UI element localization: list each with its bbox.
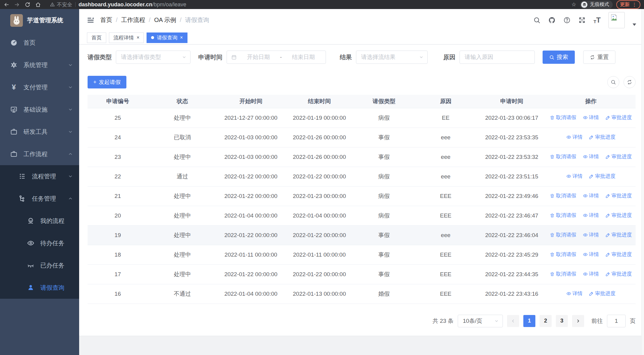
approval-progress-link[interactable]: 审批进度	[589, 134, 615, 140]
detail-link[interactable]: 详情	[583, 153, 599, 160]
cancel-leave-link[interactable]: 取消请假	[550, 192, 576, 199]
approval-progress-link[interactable]: 审批进度	[605, 192, 632, 199]
back-icon[interactable]	[4, 2, 9, 8]
approval-progress-link[interactable]: 审批进度	[605, 231, 632, 238]
page-button-2[interactable]: 2	[540, 315, 552, 327]
cell-start: 2022-01-04 00:00:00	[217, 284, 285, 304]
help-icon[interactable]	[563, 17, 571, 24]
filter-form: 请假类型 请选择请假类型 申请时间 开始日期 - 结束日期 结果 请选择流结果	[88, 51, 636, 64]
security-label: 不安全	[57, 1, 72, 8]
tab-process-detail[interactable]: 流程详情 ×	[109, 32, 144, 43]
sidebar-item-todo-tasks[interactable]: 待办任务	[0, 232, 79, 254]
detail-link[interactable]: 详情	[583, 192, 599, 199]
cancel-leave-link[interactable]: 取消请假	[550, 231, 576, 238]
sidebar-item-process-mgmt[interactable]: 流程管理	[0, 165, 79, 187]
github-icon[interactable]	[548, 17, 556, 24]
action-label: 详情	[589, 231, 599, 238]
cancel-leave-link[interactable]: 取消请假	[550, 251, 576, 258]
col-status: 状态	[148, 95, 217, 108]
create-leave-button[interactable]: + 发起请假	[88, 76, 126, 88]
next-page-button[interactable]	[572, 315, 584, 327]
sidebar-item-payment[interactable]: ¥ 支付管理	[0, 76, 79, 98]
home-icon[interactable]	[35, 2, 41, 8]
detail-link[interactable]: 详情	[583, 231, 599, 238]
search-icon[interactable]	[533, 17, 540, 24]
avatar[interactable]	[608, 12, 625, 28]
detail-link[interactable]: 详情	[583, 270, 599, 277]
toggle-search-button[interactable]	[607, 76, 619, 88]
detail-link[interactable]: 详情	[583, 114, 599, 121]
sidebar-item-task-mgmt[interactable]: 任务管理	[0, 187, 79, 210]
reset-button[interactable]: 重置	[583, 51, 615, 64]
sidebar-item-workflow[interactable]: 工作流程	[0, 143, 79, 165]
approval-progress-link[interactable]: 审批进度	[589, 290, 615, 297]
browser-menu-icon[interactable]: ⋮	[632, 2, 637, 8]
refresh-table-button[interactable]	[624, 76, 636, 88]
breadcrumb-workflow[interactable]: 工作流程	[121, 16, 145, 24]
bookmark-star-icon[interactable]: ☆	[571, 2, 576, 7]
sidebar-item-my-process[interactable]: 我的流程	[0, 210, 79, 232]
close-icon[interactable]: ×	[137, 35, 139, 40]
chevron-up-icon	[68, 196, 73, 201]
reason-input[interactable]	[460, 51, 535, 64]
approval-progress-link[interactable]: 审批进度	[605, 251, 632, 258]
approval-progress-link[interactable]: 审批进度	[605, 153, 632, 160]
scrollbar[interactable]	[641, 9, 644, 355]
sidebar-item-done-tasks[interactable]: 已办任务	[0, 254, 79, 276]
date-separator: -	[280, 54, 282, 60]
forward-icon[interactable]	[14, 2, 20, 8]
url-path: /bpm/oa/leave	[152, 2, 186, 8]
reload-icon[interactable]	[25, 2, 30, 8]
detail-link[interactable]: 详情	[583, 212, 599, 219]
detail-link[interactable]: 详情	[566, 134, 583, 140]
tab-home[interactable]: 首页	[87, 32, 106, 43]
sidebar-item-system[interactable]: 系统管理	[0, 54, 79, 76]
detail-link[interactable]: 详情	[583, 251, 599, 258]
leave-type-select[interactable]: 请选择请假类型	[116, 51, 190, 64]
detail-link[interactable]: 详情	[566, 173, 583, 180]
sidebar-item-label: 我的流程	[40, 217, 64, 225]
result-select[interactable]: 请选择流结果	[356, 51, 428, 64]
breadcrumb-oa-example[interactable]: OA 示例	[154, 16, 176, 24]
goto-page-input[interactable]	[607, 315, 626, 327]
approval-progress-link[interactable]: 审批进度	[605, 212, 632, 219]
page-button-3[interactable]: 3	[556, 315, 568, 327]
tab-label: 请假查询	[157, 34, 177, 41]
cell-type: 病假	[354, 186, 414, 206]
footer-strip	[79, 336, 644, 355]
prev-page-button[interactable]	[507, 315, 519, 327]
font-size-icon[interactable]: TT	[593, 17, 601, 24]
sidebar-item-devtools[interactable]: 研发工具	[0, 121, 79, 143]
tab-leave-query[interactable]: 请假查询 ×	[147, 32, 187, 43]
cell-type: 事假	[354, 264, 414, 284]
page-size-select[interactable]: 10条/页	[458, 315, 503, 327]
chevron-down-icon[interactable]	[633, 23, 636, 26]
cancel-leave-link[interactable]: 取消请假	[550, 153, 576, 160]
sidebar-fold-icon[interactable]	[87, 17, 94, 24]
update-button[interactable]: 更新 ⋮	[616, 0, 640, 9]
cancel-leave-link[interactable]: 取消请假	[550, 212, 576, 219]
table-row: 21 处理中 2022-01-22 00:00:00 2022-01-23 00…	[88, 186, 636, 206]
breadcrumb-home[interactable]: 首页	[100, 16, 112, 24]
security-indicator[interactable]: 不安全	[50, 1, 72, 8]
page-button-1[interactable]: 1	[523, 315, 535, 327]
apply-time-range-picker[interactable]: 开始日期 - 结束日期	[227, 51, 326, 64]
action-label: 取消请假	[556, 270, 576, 277]
incognito-badge: 无痕模式	[580, 1, 613, 9]
pen-icon	[605, 213, 610, 218]
approval-progress-link[interactable]: 审批进度	[589, 173, 615, 180]
sidebar-item-leave-query[interactable]: 请假查询	[0, 276, 79, 299]
approval-progress-link[interactable]: 审批进度	[605, 270, 632, 277]
fullscreen-icon[interactable]	[578, 17, 586, 24]
search-button[interactable]: 搜索	[543, 51, 575, 64]
sidebar-item-home[interactable]: 首页	[0, 32, 79, 54]
detail-link[interactable]: 详情	[566, 290, 583, 297]
select-placeholder: 请选择请假类型	[121, 53, 161, 61]
cancel-leave-link[interactable]: 取消请假	[550, 114, 576, 121]
sidebar-item-infra[interactable]: 基础设施	[0, 98, 79, 121]
cancel-leave-link[interactable]: 取消请假	[550, 270, 576, 277]
workflow-submenu: 流程管理 任务管理 我的流程 待办任务 已办	[0, 165, 79, 299]
close-icon[interactable]: ×	[180, 35, 183, 40]
approval-progress-link[interactable]: 审批进度	[605, 114, 632, 121]
address-bar[interactable]: 不安全 dashboard.yudao.iocoder.cn/bpm/oa/le…	[50, 1, 567, 8]
